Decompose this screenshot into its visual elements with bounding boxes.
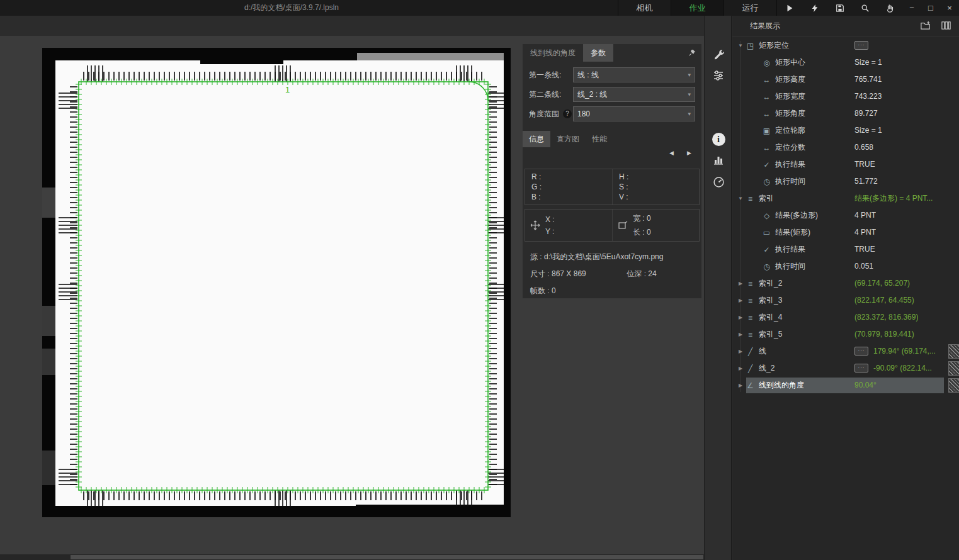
more-options-button[interactable]: ··· xyxy=(854,364,868,372)
channel-label: R : xyxy=(531,172,606,181)
tree-row[interactable]: ↔定位分数0.658 xyxy=(732,139,959,156)
result-thumbnail[interactable] xyxy=(948,361,959,376)
tree-row[interactable]: ▶≡索引_2(69.174, 65.207) xyxy=(732,275,959,292)
info-tab[interactable]: 性能 xyxy=(586,131,613,147)
save-icon[interactable] xyxy=(834,2,846,14)
scrollbar-thumb[interactable] xyxy=(71,555,703,559)
scan-notch xyxy=(200,60,283,64)
histogram-icon[interactable] xyxy=(705,154,732,165)
settings-sliders-icon[interactable] xyxy=(705,70,732,81)
layers-icon: ≡ xyxy=(745,313,756,322)
more-options-button[interactable]: ··· xyxy=(854,347,868,356)
search-icon[interactable] xyxy=(859,2,871,14)
layout-columns-icon[interactable] xyxy=(941,20,951,31)
collapse-icon[interactable]: ▼ xyxy=(736,43,745,48)
expand-icon[interactable]: ▶ xyxy=(736,315,745,320)
angle-icon: ∠ xyxy=(745,381,756,390)
tree-row[interactable]: ◷执行时间0.051 xyxy=(732,258,959,275)
measure-icon: ↔ xyxy=(761,92,772,101)
tree-row[interactable]: ↔矩形宽度743.223 xyxy=(732,88,959,105)
tree-row-label: 定位轮廓 xyxy=(775,125,805,136)
tree-row[interactable]: ✓执行结果TRUE xyxy=(732,156,959,173)
image-canvas[interactable]: 1 xyxy=(42,48,511,517)
tree-row[interactable]: ▶≡索引_5(70.979, 819.441) xyxy=(732,326,959,343)
chevron-down-icon: ▾ xyxy=(688,111,691,117)
expand-icon[interactable]: ▶ xyxy=(736,383,745,388)
results-header-icons xyxy=(920,20,951,31)
tree-row[interactable]: ↔矩形角度89.727 xyxy=(732,105,959,122)
run-icon[interactable] xyxy=(783,2,796,14)
chevron-down-icon: ▾ xyxy=(688,91,691,98)
source-value: d:\我的文档\桌面\5EuAxot7cym.png xyxy=(544,252,663,261)
hand-tool-icon[interactable] xyxy=(884,2,897,14)
next-frame-icon[interactable]: ▶ xyxy=(687,150,691,156)
expand-icon[interactable]: ▶ xyxy=(736,349,745,354)
param-dropdown[interactable]: 线 : 线▾ xyxy=(573,67,695,82)
window-controls: −□× xyxy=(902,0,959,16)
expand-icon[interactable]: ▶ xyxy=(736,298,745,303)
close-button[interactable]: × xyxy=(940,0,959,16)
titlebar-tabs: 相机作业运行 xyxy=(618,0,777,16)
tree-row-value: TRUE xyxy=(854,156,875,173)
tree-row-label: 线到线的角度 xyxy=(759,380,804,391)
titlebar-tab[interactable]: 作业 xyxy=(671,0,724,16)
tree-row[interactable]: ▶╱线_2···-90.09° (822.14... xyxy=(732,360,959,377)
param-dropdown[interactable]: 180▾ xyxy=(573,106,695,121)
tree-row[interactable]: ▶∠线到线的角度90.04° xyxy=(732,377,959,394)
tree-row[interactable]: ▶╱线···179.94° (69.174,... xyxy=(732,343,959,360)
expand-icon[interactable]: ▶ xyxy=(736,366,745,371)
result-thumbnail[interactable] xyxy=(948,378,959,393)
tree-row[interactable]: ▼◳矩形定位··· xyxy=(732,37,959,54)
titlebar-tab[interactable]: 相机 xyxy=(618,0,671,16)
titlebar-tab[interactable]: 运行 xyxy=(724,0,777,16)
minimize-button[interactable]: − xyxy=(902,0,921,16)
result-thumbnail[interactable] xyxy=(948,344,959,359)
frame-line: 帧数 : 0 xyxy=(530,286,694,296)
help-icon[interactable]: ? xyxy=(563,109,572,118)
tree-row[interactable]: ▼≡索引结果(多边形) = 4 PNT... xyxy=(732,190,959,207)
more-options-button[interactable]: ··· xyxy=(854,41,868,50)
region-index-label: 1 xyxy=(285,85,290,94)
pos-labels: X :Y : xyxy=(545,215,555,236)
tree-row[interactable]: ▣定位轮廓Size = 1 xyxy=(732,122,959,139)
tools-wrench-icon[interactable] xyxy=(705,48,732,60)
tab-parameters[interactable]: 参数 xyxy=(583,44,613,62)
prev-frame-icon[interactable]: ◀ xyxy=(669,150,674,156)
tree-row-label: 线 xyxy=(759,346,766,357)
collapse-icon[interactable]: ▼ xyxy=(736,196,745,201)
info-circle-icon[interactable]: i xyxy=(705,133,732,146)
param-label: 第二条线: xyxy=(529,89,563,100)
tree-row-label: 执行结果 xyxy=(775,159,805,170)
add-group-icon[interactable] xyxy=(920,20,931,31)
tree-row[interactable]: ◇结果(多边形)4 PNT xyxy=(732,207,959,224)
parameters-panel: 线到线的角度 参数 第一条线:线 : 线▾第二条线:线_2 : 线▾角度范围?1… xyxy=(523,44,701,131)
param-label: 角度范围 xyxy=(529,109,563,120)
tree-row-value: (823.372, 816.369) xyxy=(854,309,918,326)
expand-icon[interactable]: ▶ xyxy=(736,332,745,337)
tab-tool-title[interactable]: 线到线的角度 xyxy=(523,44,583,62)
tree-row-value: (70.979, 819.441) xyxy=(854,326,914,343)
expand-icon[interactable]: ▶ xyxy=(736,281,745,286)
tree-row[interactable]: ↔矩形高度765.741 xyxy=(732,71,959,88)
tree-row[interactable]: ✓执行结果TRUE xyxy=(732,241,959,258)
quick-run-icon[interactable] xyxy=(809,2,821,14)
gauge-icon[interactable] xyxy=(705,176,732,188)
tree-row-label: 矩形中心 xyxy=(775,57,805,68)
info-tab[interactable]: 直方图 xyxy=(550,131,586,147)
tree-row[interactable]: ▭结果(矩形)4 PNT xyxy=(732,224,959,241)
size-value: 867 X 869 xyxy=(552,269,586,278)
pin-icon[interactable] xyxy=(688,48,696,57)
horizontal-scrollbar[interactable] xyxy=(0,554,704,560)
tree-row[interactable]: ◎矩形中心Size = 1 xyxy=(732,54,959,71)
scan-artifact xyxy=(42,188,55,218)
param-dropdown[interactable]: 线_2 : 线▾ xyxy=(573,87,695,102)
maximize-button[interactable]: □ xyxy=(921,0,940,16)
tree-row[interactable]: ▶≡索引_4(823.372, 816.369) xyxy=(732,309,959,326)
scan-paper xyxy=(55,60,504,506)
tree-row[interactable]: ◷执行时间51.772 xyxy=(732,173,959,190)
tree-row-label: 矩形宽度 xyxy=(775,91,805,102)
titlebar: d:/我的文档/桌面/3.9.7/.lpsln 相机作业运行 −□× xyxy=(0,0,959,16)
info-tab[interactable]: 信息 xyxy=(523,131,550,147)
measure-icon: ↔ xyxy=(761,76,772,84)
tree-row[interactable]: ▶≡索引_3(822.147, 64.455) xyxy=(732,292,959,309)
